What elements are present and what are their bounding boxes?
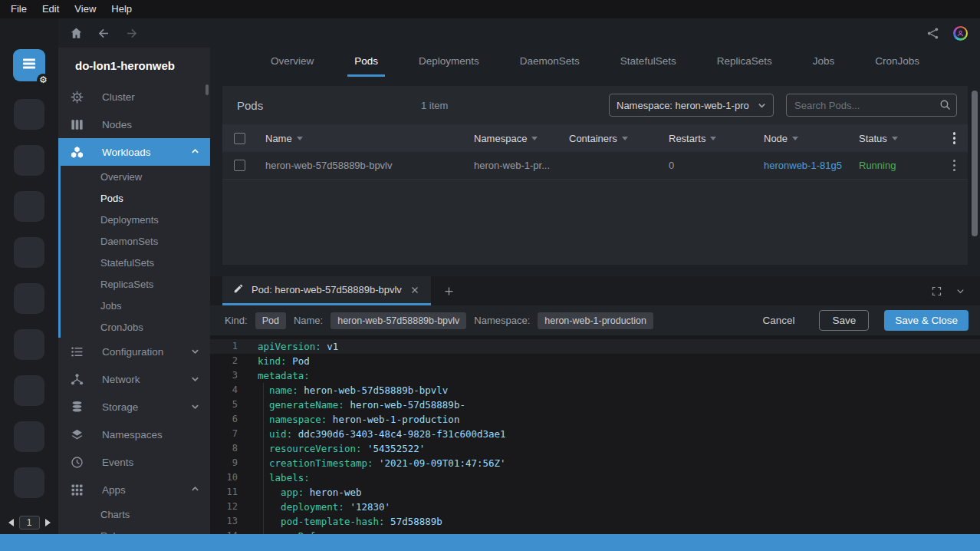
tab-replicasets[interactable]: ReplicaSets [710,48,779,77]
editor-line: 14 ownerReferences: [210,529,980,534]
pods-panel: Pods 1 item Namespace: heron-web-1-pro [222,86,968,265]
line-number: 2 [210,354,248,368]
menubar-item-view[interactable]: View [67,0,104,18]
close-icon[interactable] [409,285,420,295]
editor-line: 12 deployment: '12830' [210,500,980,514]
forward-arrow-icon[interactable] [124,26,139,41]
table-menu-kebab-icon[interactable] [949,129,961,147]
sidebar-subitem-releases[interactable]: Releases [58,525,210,534]
line-number: 8 [210,441,248,456]
menubar-item-file[interactable]: File [3,0,35,18]
home-icon[interactable] [69,26,84,41]
sidebar-item-configuration[interactable]: Configuration [58,338,210,365]
editor-line: 5 generateName: heron-web-57d58889b- [210,398,980,412]
sort-arrow-icon [622,137,628,140]
token: labels: [269,472,310,483]
workloads-icon [69,144,84,160]
menubar-item-edit[interactable]: Edit [35,0,67,18]
token: namespace: [269,414,327,425]
tab-jobs[interactable]: Jobs [806,48,842,77]
kind-value-chip: Pod [255,312,286,329]
sidebar-item-network[interactable]: Network [58,365,210,393]
save-and-close-button[interactable]: Save & Close [884,310,968,331]
new-tab-plus-icon[interactable] [431,276,467,305]
user-avatar[interactable] [953,26,968,41]
namespace-select-value: Namespace: heron-web-1-pro [617,100,758,111]
sidebar-item-events[interactable]: Events [58,448,210,476]
column-header-status[interactable]: Status [859,133,943,144]
token: uid: [269,428,292,440]
sidebar-item-nodes[interactable]: Nodes [58,111,210,138]
sidebar-subitem-jobs[interactable]: Jobs [61,295,210,316]
storage-icon [69,399,84,414]
content-scrollbar[interactable] [972,91,978,236]
back-arrow-icon[interactable] [97,26,111,41]
tab-pods[interactable]: Pods [347,48,385,77]
row-menu-kebab-icon[interactable] [949,157,961,175]
line-code: creationTimestamp: '2021-09-09T01:47:56Z… [258,456,506,470]
column-header-namespace[interactable]: Namespace [474,133,569,144]
sidebar-subitem-pods[interactable]: Pods [61,187,210,209]
share-icon[interactable] [926,26,940,41]
sidebar-item-apps[interactable]: Apps [58,476,210,503]
sidebar-subitem-overview[interactable]: Overview [61,166,210,187]
token [258,501,281,513]
sidebar-subitem-replicasets[interactable]: ReplicaSets [61,273,210,295]
sidebar-subitem-cronjobs[interactable]: CronJobs [61,316,210,338]
sidebar-scrollbar[interactable] [206,84,209,95]
dock-tab-bar: Pod: heron-web-57d58889b-bpvlv [210,276,980,305]
sidebar-subitem-charts[interactable]: Charts [58,503,210,525]
sidebar-nav: ClusterNodesWorkloadsOverviewPodsDeploym… [58,83,210,534]
sort-arrow-icon [297,137,303,140]
node-link[interactable]: heronweb-1-81g5 [764,160,859,171]
search-input[interactable] [786,94,957,117]
tab-deployments[interactable]: Deployments [412,48,486,77]
line-number: 11 [210,485,248,500]
namespace-select[interactable]: Namespace: heron-web-1-pro [609,94,774,117]
editor-line: 11 app: heron-web [210,485,980,500]
collapse-dock-chevron-icon[interactable] [955,285,966,297]
pods-panel-header: Pods 1 item Namespace: heron-web-1-pro [222,86,968,124]
yaml-editor[interactable]: 1apiVersion: v12kind: Pod3metadata:4 nam… [210,335,980,534]
column-header-name[interactable]: Name [265,133,474,144]
top-toolbar [58,18,980,48]
hotbar-next-icon[interactable] [45,519,51,526]
cluster-settings-gear-icon[interactable]: ⚙ [37,74,50,87]
sidebar-item-namespaces[interactable]: Namespaces [58,421,210,448]
column-header-containers[interactable]: Containers [569,133,669,144]
editor-line: 2kind: Pod [210,354,980,368]
column-header-node[interactable]: Node [764,133,859,144]
tab-daemonsets[interactable]: DaemonSets [513,48,587,77]
dock-tab-edit-pod[interactable]: Pod: heron-web-57d58889b-bpvlv [222,276,431,305]
sidebar-item-storage[interactable]: Storage [58,393,210,421]
maximize-dock-icon[interactable] [931,285,942,297]
cancel-button[interactable]: Cancel [755,311,802,330]
tab-statefulsets[interactable]: StatefulSets [613,48,683,77]
sidebar-item-cluster[interactable]: Cluster [58,83,210,111]
sidebar-item-workloads[interactable]: Workloads [58,138,210,166]
menubar-item-help[interactable]: Help [104,0,140,18]
menubar: FileEditViewHelp [0,0,980,18]
chevron-down-icon [191,346,199,358]
table-row[interactable]: heron-web-57d58889b-bpvlvheron-web-1-pr.… [222,152,968,180]
sidebar-subitem-deployments[interactable]: Deployments [61,209,210,230]
hotbar-prev-icon[interactable] [8,519,14,526]
token: pod-template-hash: [281,516,384,527]
save-button[interactable]: Save [819,310,869,331]
dock-panel: Pod: heron-web-57d58889b-bpvlv [210,276,980,534]
restarts-cell: 0 [669,160,764,171]
submenu-workloads: OverviewPodsDeploymentsDaemonSetsStatefu… [58,166,210,338]
kind-label: Kind: [225,315,248,326]
line-code: labels: [258,470,310,485]
line-number: 13 [210,514,248,529]
tab-cronjobs[interactable]: CronJobs [868,48,926,77]
editor-line: 3metadata: [210,368,980,383]
column-header-restarts[interactable]: Restarts [669,133,764,144]
active-cluster-button[interactable]: ⚙ [13,49,45,81]
sidebar-subitem-statefulsets[interactable]: StatefulSets [61,252,210,273]
tab-overview[interactable]: Overview [264,48,321,77]
panel-title: Pods [237,99,421,112]
sidebar-subitem-daemonsets[interactable]: DaemonSets [61,230,210,252]
select-all-checkbox[interactable] [234,133,245,144]
row-checkbox[interactable] [234,160,245,171]
